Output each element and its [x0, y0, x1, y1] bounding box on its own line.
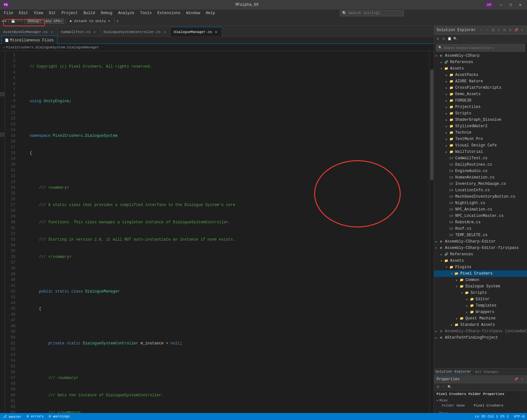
expand-arrow[interactable]: ▼	[439, 67, 444, 70]
tree-crossplatform[interactable]: ▶ 📁 CrossPlatformScripts	[434, 85, 527, 91]
tree-azure-nature[interactable]: ▶ 📁 AZURE Nature	[434, 78, 527, 85]
tree-camwalltest-cs[interactable]: C# CamWallTest.cs	[434, 155, 527, 161]
menu-debug[interactable]: Debug	[98, 10, 115, 16]
tree-assetpacks[interactable]: ▶ 📁 AssetPacks	[434, 72, 527, 78]
expand-arrow[interactable]: ▼	[434, 247, 439, 250]
expand-arrow[interactable]: ▶	[455, 279, 459, 282]
tree-locationinfo-cs[interactable]: C# LocationInfo.cs	[434, 187, 527, 194]
props-sort-btn[interactable]: ↕	[441, 384, 446, 390]
expand-arrow[interactable]: ▶	[444, 99, 449, 102]
menu-window[interactable]: Window	[184, 10, 203, 16]
expand-arrow[interactable]: ▼	[455, 285, 459, 288]
tree-assembly-firstpass-unloaded[interactable]: ▶ ⊞ Assembly-CSharp-firstpass (unloaded)	[434, 328, 527, 334]
expand-arrow[interactable]: ▶	[449, 324, 454, 326]
expand-arrow[interactable]: ▶	[444, 93, 449, 96]
expand-arrow[interactable]: ▼	[444, 266, 449, 269]
props-category-btn[interactable]: ☰	[435, 384, 440, 390]
se-footer-git-changes[interactable]: Git Changes	[475, 370, 498, 374]
se-sync-btn[interactable]: ↕	[479, 28, 484, 33]
code-content[interactable]: // Copyright (c) Pixel Crushers. All rig…	[18, 51, 429, 420]
tree-walltutorial[interactable]: ▶ 📁 WallTutorial	[434, 149, 527, 155]
tab-dialoguemanager[interactable]: DialogueManager.cs ✕	[171, 27, 222, 37]
expand-arrow[interactable]: ▼	[449, 272, 454, 275]
tab-assetbundlemanager[interactable]: AssetBundleManager.cs ✕	[0, 27, 58, 37]
tree-robotarm-cs[interactable]: C# RobotArm.cs	[434, 219, 527, 226]
expand-arrow[interactable]: ▶	[444, 119, 449, 121]
menu-extensions[interactable]: Extensions	[155, 10, 183, 16]
expand-arrow[interactable]: ▶	[444, 151, 449, 153]
expand-arrow[interactable]: ▶	[444, 74, 449, 77]
toolbar-undo-icon[interactable]: ↩	[17, 19, 19, 23]
expand-arrow[interactable]: ▼	[434, 54, 439, 57]
menu-tools[interactable]: Tools	[138, 10, 154, 16]
tab-dialoguesystemcontroller[interactable]: DialogueSystemController.cs ✕	[100, 27, 171, 37]
expand-arrow[interactable]: ▶	[434, 240, 439, 243]
se-refresh-btn[interactable]: ↻	[496, 28, 501, 33]
menu-file[interactable]: File	[1, 10, 16, 16]
tree-quest-machine[interactable]: ▶ 📁 Quest Machine	[434, 315, 527, 322]
expand-arrow[interactable]: ▶	[434, 330, 439, 333]
menu-edit[interactable]: Edit	[16, 10, 31, 16]
editor-scrollbar[interactable]	[429, 51, 434, 420]
fold-line14[interactable]: -	[0, 133, 4, 136]
expand-arrow[interactable]: ▶	[444, 86, 449, 89]
solution-tree[interactable]: ▼ ⊞ Assembly-CSharp ▶ 🔗 References ▼ 📁 A…	[434, 53, 527, 368]
expand-arrow[interactable]: ▶	[465, 304, 469, 307]
expand-arrow[interactable]: ▶	[444, 131, 449, 134]
tree-textmeshpro[interactable]: ▶ 📁 TextMesh Pro	[434, 136, 527, 142]
tree-dailyroutines-cs[interactable]: C# DailyRoutines.cs	[434, 161, 527, 168]
tree-standard-assets[interactable]: ▶ 📁 Standard Assets	[434, 322, 527, 328]
expand-arrow[interactable]: ▶	[444, 125, 449, 128]
menu-analyze[interactable]: Analyze	[116, 10, 137, 16]
props-search-btn[interactable]: 🔍	[447, 384, 452, 390]
toolbar-redo-icon[interactable]: ↪	[20, 19, 22, 23]
se-close-btn[interactable]: ✕	[519, 28, 524, 33]
tree-plugins[interactable]: ▼ 📁 Plugins	[434, 264, 527, 270]
tab-close-dm[interactable]: ✕	[214, 30, 218, 34]
se-footer-solution-explorer[interactable]: Solution Explorer	[435, 370, 471, 374]
tree-editor-folder[interactable]: ▶ 📁 Editor	[434, 296, 527, 302]
expand-arrow[interactable]: ▼	[439, 259, 444, 262]
tree-scripts-ds[interactable]: ▼ 📁 Scripts	[434, 290, 527, 296]
props-pin-btn[interactable]: 📌	[514, 377, 519, 382]
tree-wrappers[interactable]: ▶ 📁 Wrappers	[434, 309, 527, 315]
tree-common[interactable]: ▶ 📁 Common	[434, 277, 527, 283]
props-close-btn[interactable]: ✕	[519, 377, 524, 382]
se-tool4[interactable]: 🔍	[453, 36, 458, 41]
se-tool3[interactable]: 📋	[447, 36, 452, 41]
expand-arrow[interactable]: ▶	[444, 80, 449, 83]
tree-assembly-csharp-editor[interactable]: ▶ ⊞ Assembly-CSharp-Editor	[434, 238, 527, 245]
menu-project[interactable]: Project	[59, 10, 80, 16]
tree-templates[interactable]: ▶ 📁 Templates	[434, 302, 527, 309]
tree-assets[interactable]: ▼ 📁 Assets	[434, 65, 527, 72]
se-settings-btn[interactable]: ⚙	[508, 28, 513, 33]
se-filter-btn[interactable]: ☰	[490, 28, 496, 33]
menu-help[interactable]: Help	[203, 10, 218, 16]
tree-forge3d[interactable]: ▶ 📁 FORGE3D	[434, 97, 527, 104]
tree-dialogue-system[interactable]: ▼ 📁 Dialogue System	[434, 283, 527, 290]
se-collapse-btn[interactable]: ⊟	[502, 28, 507, 33]
tree-stylizedwater[interactable]: ▶ 📁 StylizedWater2	[434, 123, 527, 129]
expand-arrow[interactable]: ▶	[465, 298, 469, 301]
tree-npclocationmaster-cs[interactable]: C# NPC_LocationMaster.cs	[434, 213, 527, 219]
tree-engineaudio-cs[interactable]: C# EngineAudio.cs	[434, 168, 527, 174]
tab-camwalltest[interactable]: CamWallTest.cs ✕	[58, 27, 100, 37]
expand-arrow[interactable]: ▶	[465, 311, 469, 314]
tab-close-assetbundle[interactable]: ✕	[50, 30, 54, 34]
debug-config-dropdown[interactable]: Debug ▾	[27, 19, 43, 24]
menu-view[interactable]: View	[31, 10, 46, 16]
se-pin-btn[interactable]: 📌	[514, 28, 519, 33]
expand-arrow[interactable]: ▶	[444, 144, 449, 147]
tree-assets-editor[interactable]: ▼ 📁 Assets	[434, 258, 527, 264]
se-tool1[interactable]: ⊞	[435, 36, 440, 41]
menu-git[interactable]: Git	[46, 10, 58, 16]
tree-roof-cs[interactable]: C# Roof.cs	[434, 226, 527, 232]
tree-scripts[interactable]: ▶ 📁 Scripts	[434, 110, 527, 117]
search-input[interactable]	[443, 46, 523, 50]
tree-pixel-crushers[interactable]: ▼ 📂 Pixel Crushers	[434, 270, 527, 277]
tree-inventorymechgauge-cs[interactable]: C# Inventory_MechGauge.cs	[434, 181, 527, 187]
tree-astar[interactable]: ▶ ⊞ AStarPathfindingProject	[434, 334, 527, 341]
tree-technie[interactable]: ▶ 📁 Technie	[434, 129, 527, 136]
restore-button[interactable]: ❐	[506, 2, 515, 8]
tab-close-dsc[interactable]: ✕	[163, 30, 167, 34]
